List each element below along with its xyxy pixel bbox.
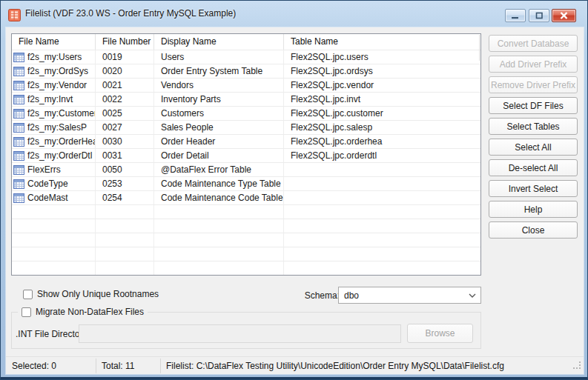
table-icon xyxy=(13,151,24,161)
file-number-cell: 0031 xyxy=(96,149,154,162)
show-unique-rootnames-option: Show Only Unique Rootnames xyxy=(23,289,159,299)
table-icon xyxy=(13,53,24,62)
resize-grip-icon[interactable] xyxy=(573,361,581,372)
file-number-cell: 0021 xyxy=(96,79,154,92)
browse-button[interactable]: Browse xyxy=(407,324,473,343)
close-button[interactable] xyxy=(552,9,576,22)
int-file-directory-input[interactable] xyxy=(79,324,401,343)
column-header-display-name[interactable]: Display Name xyxy=(154,34,284,50)
table-name-cell xyxy=(284,191,480,204)
dialog-content: File Name File Number Display Name Table… xyxy=(6,27,584,374)
table-icon xyxy=(13,179,24,189)
schema-dropdown[interactable]: dbo xyxy=(338,287,481,304)
select-tables-button[interactable]: Select Tables xyxy=(489,118,578,135)
file-number-cell: 0254 xyxy=(96,191,154,204)
table-row[interactable]: f2s_my:OrdSys0020Order Entry System Tabl… xyxy=(12,64,480,78)
file-name-cell: FlexErrs xyxy=(12,163,96,176)
select-all-button[interactable]: Select All xyxy=(489,139,578,156)
file-number-cell: 0019 xyxy=(96,50,154,64)
select-df-files-button[interactable]: Select DF Files xyxy=(489,97,578,114)
table-row[interactable]: f2s_my:Vendor0021VendorsFlex2SQL.jpc.ven… xyxy=(12,78,480,92)
table-row[interactable]: CodeType0253Code Maintenance Type Table xyxy=(12,176,480,190)
file-name-cell: f2s_my:Vendor xyxy=(12,79,96,92)
grid-header: File Name File Number Display Name Table… xyxy=(12,34,480,50)
add-driver-prefix-button[interactable]: Add Driver Prefix xyxy=(489,56,578,73)
filelist-window: Filelist (VDF 23.0 WS - Order Entry MySQ… xyxy=(0,0,588,380)
empty-row xyxy=(12,261,480,275)
file-name-cell: f2s_my:Customer xyxy=(12,107,96,120)
file-name-cell: f2s_my:OrdSys xyxy=(12,64,96,78)
file-name-cell: f2s_my:OrderHea xyxy=(12,135,96,148)
minimize-button[interactable] xyxy=(505,9,526,22)
table-row[interactable]: f2s_my:Invt0022Inventory PartsFlex2SQL.j… xyxy=(12,92,480,106)
de-select-all-button[interactable]: De-select All xyxy=(489,159,578,176)
table-icon xyxy=(13,165,24,175)
table-row[interactable]: f2s_my:OrderDtl0031Order DetailFlex2SQL.… xyxy=(12,148,480,162)
migrate-non-dataflex-checkbox[interactable] xyxy=(22,307,31,317)
file-number-cell: 0022 xyxy=(96,93,154,106)
close-button[interactable]: Close xyxy=(489,221,578,239)
empty-row xyxy=(12,247,480,261)
table-name-cell: Flex2SQL.jpc.salesp xyxy=(284,121,480,134)
show-only-unique-rootnames-checkbox[interactable] xyxy=(23,290,33,299)
table-row[interactable]: f2s_my:OrderHea0030Order HeaderFlex2SQL.… xyxy=(12,134,480,148)
filelist-grid: File Name File Number Display Name Table… xyxy=(11,33,481,276)
display-name-cell: Order Header xyxy=(154,135,284,148)
display-name-cell: Order Detail xyxy=(154,149,284,162)
status-total: Total: 11 xyxy=(102,361,134,371)
table-icon xyxy=(13,95,24,104)
file-name-cell: f2s_my:OrderDtl xyxy=(12,149,96,162)
table-row[interactable]: CodeMast0254Code Maintenance Code Table xyxy=(12,190,480,204)
table-name-cell xyxy=(284,177,480,190)
table-icon xyxy=(13,109,24,119)
status-selected: Selected: 0 xyxy=(12,361,56,371)
display-name-cell: Inventory Parts xyxy=(154,93,284,106)
empty-row xyxy=(12,204,480,219)
file-name-cell: f2s_my:Invt xyxy=(12,93,96,106)
file-number-cell: 0020 xyxy=(96,64,154,78)
file-name-cell: CodeType xyxy=(12,177,96,190)
maximize-icon xyxy=(535,12,544,19)
migrate-option: Migrate Non-DataFlex Files xyxy=(18,307,148,317)
window-bottom-frame xyxy=(1,377,587,379)
table-row[interactable]: f2s_my:Users0019UsersFlex2SQL.jpc.users xyxy=(12,50,480,64)
empty-row xyxy=(12,233,480,247)
empty-row xyxy=(12,219,480,233)
status-bar: Selected: 0 Total: 11 Filelist: C:\DataF… xyxy=(6,356,584,374)
minimize-icon xyxy=(511,13,520,19)
display-name-cell: Vendors xyxy=(154,79,284,92)
display-name-cell: @DataFlex Error Table xyxy=(154,163,284,176)
file-name-cell: CodeMast xyxy=(12,191,96,204)
file-number-cell: 0030 xyxy=(96,135,154,148)
table-name-cell: Flex2SQL.jpc.users xyxy=(284,50,480,64)
remove-driver-prefix-button[interactable]: Remove Driver Prefix xyxy=(489,76,578,93)
table-name-cell: Flex2SQL.jpc.vendor xyxy=(284,79,480,92)
table-row[interactable]: f2s_my:Customer0025CustomersFlex2SQL.jpc… xyxy=(12,106,480,120)
file-number-cell: 0025 xyxy=(96,107,154,120)
convert-database-button[interactable]: Convert Database xyxy=(489,35,578,52)
maximize-button[interactable] xyxy=(529,9,549,22)
file-number-cell: 0253 xyxy=(96,177,154,190)
help-button[interactable]: Help xyxy=(489,201,578,218)
table-name-cell: Flex2SQL.jpc.customer xyxy=(284,107,480,120)
int-file-directory-label: .INT File Directory xyxy=(16,329,87,339)
grid-body: f2s_my:Users0019UsersFlex2SQL.jpc.usersf… xyxy=(12,50,480,275)
invert-select-button[interactable]: Invert Select xyxy=(489,180,578,197)
file-name-cell: f2s_my:Users xyxy=(12,50,96,64)
window-title: Filelist (VDF 23.0 WS - Order Entry MySQ… xyxy=(25,8,236,19)
display-name-cell: Users xyxy=(154,50,284,64)
chevron-down-icon xyxy=(464,293,480,298)
table-row[interactable]: f2s_my:SalesP0027Sales PeopleFlex2SQL.jp… xyxy=(12,120,480,134)
column-header-file-number[interactable]: File Number xyxy=(96,34,154,50)
table-row[interactable]: FlexErrs0050@DataFlex Error Table xyxy=(12,162,480,176)
display-name-cell: Customers xyxy=(154,107,284,120)
close-icon xyxy=(560,12,568,19)
table-name-cell: Flex2SQL.jpc.ordsys xyxy=(284,64,480,78)
display-name-cell: Order Entry System Table xyxy=(154,64,284,78)
table-name-cell: Flex2SQL.jpc.orderhea xyxy=(284,135,480,148)
column-header-table-name[interactable]: Table Name xyxy=(284,34,480,50)
grid-right-separator xyxy=(479,35,480,61)
column-header-file-name[interactable]: File Name xyxy=(12,34,96,50)
titlebar: Filelist (VDF 23.0 WS - Order Entry MySQ… xyxy=(1,1,587,27)
file-name-cell: f2s_my:SalesP xyxy=(12,121,96,134)
